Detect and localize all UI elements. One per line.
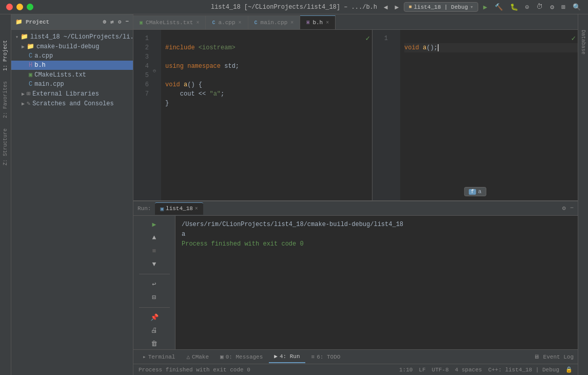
build-button[interactable]: 🔨 (493, 2, 505, 12)
sync-icon[interactable]: ⇄ (110, 18, 114, 25)
cpp-tab-icon: C (212, 20, 215, 26)
database-label[interactable]: Database (580, 30, 586, 54)
run-config[interactable]: ■ list4_18 | Debug ▾ (404, 2, 478, 12)
editor-tabs: ▣ CMakeLists.txt × C a.cpp × C main.cpp … (133, 14, 578, 30)
tab-close-icon[interactable]: × (195, 206, 198, 212)
run-label: Run: (138, 205, 151, 212)
tab-todo[interactable]: ≡ 6: TODO (306, 351, 346, 363)
tab-cmake[interactable]: △ CMake (181, 351, 214, 363)
tab-bh[interactable]: H b.h × (300, 15, 336, 29)
bottom-area: Run: ▣ list4_18 × ⚙ − ▶ ▲ ■ ▼ (133, 200, 578, 349)
sidebar-item-structure[interactable]: Z: Structure (3, 128, 8, 165)
scratches-icon: ✎ (27, 100, 30, 107)
fold-icon[interactable]: ⊖ (153, 67, 156, 76)
layout-button[interactable]: ⊞ (559, 2, 567, 12)
run-button[interactable]: ▶ (481, 2, 489, 12)
code-content-left[interactable]: #include <iostream> using namespace std;… (161, 30, 372, 200)
settings-icon[interactable]: ⚙ (548, 2, 556, 12)
cmake-icon: △ (186, 353, 190, 360)
line-numbers-right: 1 (373, 30, 391, 200)
status-bar: Process finished with exit code 0 1:10 L… (133, 364, 578, 375)
gear-icon[interactable]: ⚙ (118, 18, 122, 25)
indent-info[interactable]: 4 spaces (455, 367, 482, 373)
run-header-icons: ⚙ − (562, 204, 574, 212)
add-icon[interactable]: ⊕ (103, 18, 107, 25)
tree-item-label: main.cpp (34, 81, 64, 88)
project-tree: ▾ 📁 list4_18 ~/CLionProjects/li... ▶ 📁 c… (11, 30, 133, 375)
project-title: Project (26, 19, 49, 25)
cursor-position[interactable]: 1:10 (399, 367, 413, 373)
tree-item-label: a.cpp (34, 52, 53, 60)
debug-button[interactable]: 🐛 (508, 2, 520, 12)
back-button[interactable]: ◀ (382, 2, 390, 12)
stop-button[interactable]: ■ (149, 246, 160, 257)
scroll-down-button[interactable]: ▼ (149, 258, 160, 270)
run-tabs-header: Run: ▣ list4_18 × ⚙ − (133, 201, 578, 216)
todo-icon: ≡ (311, 354, 315, 360)
maximize-button[interactable] (27, 4, 33, 10)
main-layout: 1: Project 2: Favorites Z: Structure 📁 P… (0, 14, 588, 375)
status-left: Process finished with exit code 0 (139, 367, 250, 373)
tree-root[interactable]: ▾ 📁 list4_18 ~/CLionProjects/li... (11, 32, 133, 42)
clear-button[interactable]: 🗑 (149, 338, 160, 349)
scroll-up-button[interactable]: ▲ (149, 232, 160, 243)
tab-acpp[interactable]: C a.cpp × (206, 15, 248, 29)
run-play-button[interactable]: ▶ (149, 219, 160, 230)
tree-b-h[interactable]: H b.h (11, 61, 133, 70)
chevron-down-icon: ▾ (470, 4, 474, 10)
tree-cmakelists[interactable]: ▣ CMakeLists.txt (11, 70, 133, 80)
tab-close-icon[interactable]: × (196, 20, 199, 26)
tree-a-cpp[interactable]: C a.cpp (11, 51, 133, 61)
sidebar-item-project[interactable]: 1: Project (3, 40, 8, 71)
tab-cmakelists[interactable]: ▣ CMakeLists.txt × (133, 15, 206, 29)
minimize-icon[interactable]: − (570, 204, 574, 212)
wrap-button[interactable]: ↩ (149, 278, 160, 290)
tab-terminal[interactable]: ▸ Terminal (138, 351, 180, 363)
pin-button[interactable]: 📌 (149, 312, 160, 323)
cpp-tab-icon: C (254, 20, 258, 26)
tab-run[interactable]: ▶ 4: Run (269, 351, 305, 363)
sidebar-item-favorites[interactable]: 2: Favorites (3, 81, 8, 118)
tab-close-icon[interactable]: × (326, 20, 329, 26)
settings-icon[interactable]: ⚙ (562, 204, 566, 212)
forward-button[interactable]: ▶ (393, 2, 401, 12)
project-header: 📁 Project ⊕ ⇄ ⚙ − (11, 14, 133, 30)
close-panel-icon[interactable]: − (125, 18, 129, 25)
tree-cmake-build-debug[interactable]: ▶ 📁 cmake-build-debug (11, 42, 133, 51)
h-tab-icon: H (306, 20, 309, 26)
print-button[interactable]: 🖨 (149, 325, 160, 336)
tab-close-icon[interactable]: × (290, 20, 293, 26)
lock-icon: 🔒 (565, 366, 573, 373)
line-ending[interactable]: LF (419, 367, 425, 373)
run-output: /Users/rim/CLionProjects/list4_18/cmake-… (175, 216, 578, 349)
run-tab-list4[interactable]: ▣ list4_18 × (155, 202, 203, 215)
separator (139, 307, 170, 308)
cpp-file-icon: C (29, 52, 32, 60)
code-content-right[interactable]: void a(); (400, 30, 578, 200)
tab-maincpp[interactable]: C main.cpp × (248, 15, 301, 29)
coverage-button[interactable]: ⊙ (523, 2, 532, 12)
tab-label: CMakeLists.txt (146, 20, 193, 26)
run-config-label: list4_18 | Debug (414, 4, 468, 10)
tab-label: 6: TODO (317, 354, 340, 360)
title-bar: list4_18 [~/CLionProjects/list4_18] – ..… (0, 0, 588, 14)
minimize-button[interactable] (16, 4, 23, 10)
toolbar-right: ◀ ▶ ■ list4_18 | Debug ▾ ▶ 🔨 🐛 ⊙ ⏱ ⚙ ⊞ 🔍 (382, 2, 583, 12)
tab-close-icon[interactable]: × (239, 20, 242, 26)
tree-item-label: cmake-build-debug (36, 43, 99, 50)
language-info[interactable]: C++: list4_18 | Debug (488, 367, 559, 373)
project-panel: 📁 Project ⊕ ⇄ ⚙ − ▾ 📁 list4_18 ~/CLionPr… (11, 14, 133, 375)
search-button[interactable]: 🔍 (571, 2, 583, 12)
event-log-label[interactable]: Event Log (543, 354, 574, 360)
profile-button[interactable]: ⏱ (534, 2, 545, 12)
close-button[interactable] (6, 4, 13, 10)
filter-button[interactable]: ⊟ (149, 292, 160, 303)
tree-external-libraries[interactable]: ▶ ⊞ External Libraries (11, 89, 133, 99)
tree-main-cpp[interactable]: C main.cpp (11, 80, 133, 89)
editor-area: ▣ CMakeLists.txt × C a.cpp × C main.cpp … (133, 14, 578, 375)
messages-icon: ▣ (220, 353, 224, 360)
tab-messages[interactable]: ▣ 0: Messages (215, 351, 268, 363)
tree-scratches[interactable]: ▶ ✎ Scratches and Consoles (11, 99, 133, 108)
encoding[interactable]: UTF-8 (432, 367, 449, 373)
split-editor: 1 2 3 4 5 6 7 ⊖ #include <iostream> usin… (133, 30, 578, 200)
